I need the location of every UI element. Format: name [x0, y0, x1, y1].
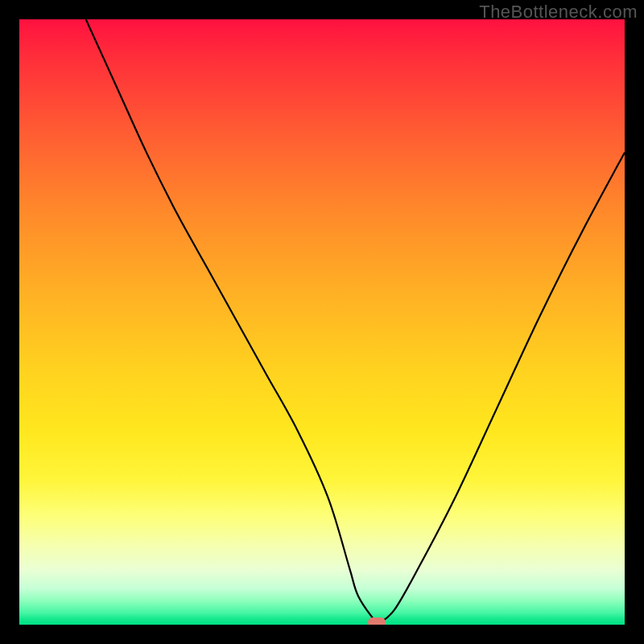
optimal-point-marker — [368, 617, 386, 625]
watermark-text: TheBottleneck.com — [479, 2, 638, 23]
plot-area — [19, 19, 625, 625]
bottleneck-curve — [19, 19, 625, 625]
chart-frame: TheBottleneck.com — [0, 0, 644, 644]
